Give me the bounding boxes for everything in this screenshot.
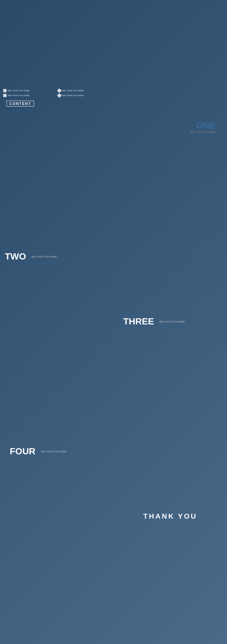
one-label: ONE <box>196 120 216 131</box>
one-add-title: ADD YOUR TITLE HERE <box>190 131 216 133</box>
thank-you-text: THANK YOU <box>143 512 197 521</box>
row8: PPT HAVE A SUMMARY OF THIS SPEECH, YOU C… <box>0 484 227 549</box>
slide-thankyou: THANK YOU <box>114 484 227 549</box>
three-label: THREE <box>123 316 154 327</box>
two-label: TWO <box>5 251 26 262</box>
content-item-1-text: ADD YOUR TITLE HERE <box>7 90 30 92</box>
content-item-4-text: ADD YOUR TITLE HERE <box>62 95 84 96</box>
content-item-4: ADD YOUR TITLE HERE <box>58 94 111 97</box>
four-label: FOUR <box>10 446 35 457</box>
content-item-2: ADD YOUR TITLE HERE <box>58 89 111 92</box>
content-item-1: ADD YOUR TITLE HERE <box>3 89 56 92</box>
content-label: CONTENT <box>6 101 34 107</box>
content-item-2-text: ADD YOUR TITLE HERE <box>62 90 84 92</box>
four-add-title: ADD YOUR TITLE HERE <box>41 450 66 453</box>
two-add-title: ADD YOUR TITLE HERE <box>31 256 57 258</box>
thank-you-content: THANK YOU <box>143 512 197 521</box>
three-add-title: ADD YOUR TITLE HERE <box>159 321 185 323</box>
content-item-3-text: ADD YOUR TITLE HERE <box>7 95 30 96</box>
content-item-3: ADD YOUR TITLE HERE <box>3 94 56 97</box>
